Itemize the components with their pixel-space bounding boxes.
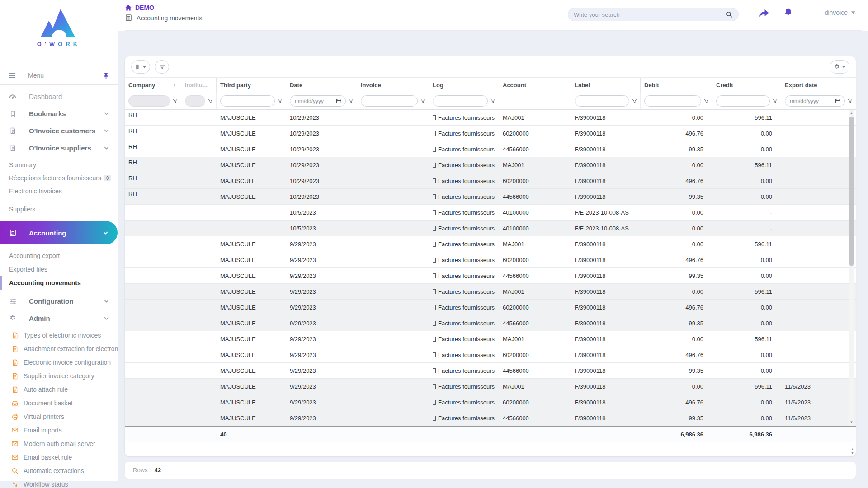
search-input[interactable] (574, 11, 726, 18)
admin-subitem[interactable]: Modern auth email server (0, 437, 118, 450)
sidebar-subitem-exported-files[interactable]: Exported files (0, 263, 118, 276)
column-header-account[interactable]: Account (499, 78, 571, 93)
table-row[interactable]: MAJUSCULE9/29/2023Factures fournisseurs4… (125, 363, 856, 379)
sidebar-subitem[interactable]: Summary (0, 158, 118, 171)
third-party-filter-input[interactable] (220, 95, 275, 107)
table-row[interactable]: MAJUSCULE9/29/2023Factures fournisseurs6… (125, 394, 856, 410)
calendar-icon[interactable] (336, 98, 342, 104)
sidebar-subitem[interactable]: Suppliers (0, 202, 118, 216)
column-header-label[interactable]: Label (571, 78, 641, 93)
user-menu[interactable]: dinvoice (825, 9, 855, 16)
hamburger-icon[interactable] (8, 71, 16, 80)
table-row[interactable]: 10/5/2023Factures fournisseurs40100000F/… (125, 221, 856, 236)
column-header-institution[interactable]: Institu... (181, 78, 217, 93)
sidebar-item-oinvoice-customers[interactable]: O'Invoice customers (0, 122, 118, 139)
table-row[interactable]: MAJUSCULE9/29/2023Factures fournisseurs4… (125, 315, 856, 331)
column-header-company[interactable]: Company (125, 78, 181, 93)
sidebar-subitem-accounting-export[interactable]: Accounting export (0, 249, 118, 263)
column-header-credit[interactable]: Credit (712, 78, 781, 93)
table-row[interactable]: MAJUSCULE9/29/2023Factures fournisseurs4… (125, 268, 856, 284)
admin-subitem[interactable]: Supplier invoice category (0, 369, 118, 383)
column-header-debit[interactable]: Debit (641, 78, 712, 93)
calendar-icon[interactable] (835, 98, 841, 104)
scrollbar-thumb[interactable] (849, 117, 854, 266)
table-settings-button[interactable] (830, 60, 849, 74)
calculator-icon (8, 229, 17, 237)
admin-subitem[interactable]: Attachment extraction for electron (0, 342, 118, 356)
admin-subitem[interactable]: Workflow status (0, 478, 118, 488)
totals-scrollbar[interactable]: ▲ ▼ (851, 447, 854, 455)
table-row[interactable]: MAJUSCULE9/29/2023Factures fournisseursM… (125, 284, 856, 300)
funnel-icon[interactable] (632, 98, 637, 104)
table-row[interactable]: MAJUSCULE9/29/2023Factures fournisseurs6… (125, 347, 856, 363)
table-row[interactable]: MAJUSCULE9/29/2023Factures fournisseurs6… (125, 300, 856, 315)
funnel-icon[interactable] (847, 98, 853, 104)
table-row[interactable]: MAJUSCULE9/29/2023Factures fournisseursM… (125, 379, 856, 394)
admin-subitem[interactable]: Email imports (0, 423, 118, 437)
export-date-filter-input[interactable]: mm/dd/yyyy (785, 95, 845, 107)
funnel-icon[interactable] (208, 98, 213, 104)
sidebar-item-accounting[interactable]: Accounting (0, 221, 118, 244)
sidebar-item-dashboard[interactable]: Dashboard (0, 88, 118, 105)
admin-subitem[interactable]: Auto attach rule (0, 383, 118, 396)
funnel-icon[interactable] (420, 98, 426, 104)
home-icon[interactable] (125, 4, 132, 11)
pin-icon[interactable] (103, 72, 109, 79)
table-row[interactable]: RHMAJUSCULE10/29/2023Factures fournisseu… (125, 189, 856, 205)
label-filter-input[interactable] (575, 95, 629, 107)
sidebar-item-admin[interactable]: Admin (0, 310, 118, 327)
funnel-icon[interactable] (772, 98, 778, 104)
invoice-filter-input[interactable] (361, 95, 418, 107)
sidebar-item-configuration[interactable]: Configuration (0, 292, 118, 310)
vertical-scrollbar[interactable]: ▲ ▼ (849, 110, 854, 426)
funnel-icon[interactable] (277, 98, 283, 104)
date-filter-input[interactable]: mm/dd/yyyy (290, 95, 346, 107)
admin-subitem[interactable]: Automatic extractions (0, 464, 118, 478)
table-row[interactable]: MAJUSCULE9/29/2023Factures fournisseursM… (125, 236, 856, 252)
sidebar-item-oinvoice-suppliers[interactable]: O'Invoice suppliers (0, 139, 118, 156)
admin-subitem[interactable]: Virtual printers (0, 410, 118, 423)
scroll-up-icon[interactable]: ▲ (851, 447, 854, 450)
column-header-export-date[interactable]: Export date (781, 78, 856, 93)
sidebar-subitem[interactable]: Réceptions factures fournisseurs0 (0, 171, 118, 184)
sidebar-subitem-accounting-movements[interactable]: Accounting movements (0, 276, 118, 290)
scroll-down-icon[interactable]: ▼ (851, 451, 854, 455)
admin-subitem[interactable]: Email basket rule (0, 450, 118, 464)
sidebar-subitem[interactable]: Electronic Invoices (0, 184, 118, 197)
credit-filter-input[interactable] (716, 95, 770, 107)
expand-groups-icon[interactable] (172, 83, 177, 88)
table-row[interactable]: MAJUSCULE9/29/2023Factures fournisseurs4… (125, 410, 856, 426)
funnel-icon[interactable] (703, 98, 709, 104)
cell-third-party: MAJUSCULE (217, 252, 286, 267)
share-forward-icon[interactable] (759, 7, 770, 19)
funnel-icon[interactable] (348, 98, 354, 104)
sidebar-item-bookmarks[interactable]: Bookmarks (0, 105, 118, 122)
column-header-invoice[interactable]: Invoice (357, 78, 429, 93)
column-header-log[interactable]: Log (429, 78, 499, 93)
table-row[interactable]: MAJUSCULE9/29/2023Factures fournisseurs6… (125, 252, 856, 268)
notification-bell-icon[interactable] (783, 7, 793, 17)
column-header-date[interactable]: Date (286, 78, 357, 93)
funnel-icon[interactable] (172, 98, 178, 104)
funnel-icon[interactable] (490, 98, 496, 104)
column-label: Log (433, 82, 443, 89)
cell-log: Factures fournisseurs (429, 205, 499, 220)
table-row[interactable]: MAJUSCULE9/29/2023Factures fournisseursM… (125, 331, 856, 347)
admin-subitem[interactable]: Types of electronic invoices (0, 328, 118, 342)
columns-button[interactable] (131, 60, 150, 74)
filter-button[interactable] (155, 60, 169, 74)
admin-subitem[interactable]: Electronic invoice configuration (0, 356, 118, 369)
table-row[interactable]: 10/5/2023Factures fournisseurs40100000F/… (125, 205, 856, 221)
scroll-down-icon[interactable]: ▼ (850, 419, 854, 426)
log-filter-input[interactable] (433, 95, 488, 107)
table-row[interactable]: RHMAJUSCULE10/29/2023Factures fournisseu… (125, 126, 856, 141)
scroll-up-icon[interactable]: ▲ (850, 110, 854, 117)
search-icon[interactable] (726, 11, 733, 18)
table-row[interactable]: RHMAJUSCULE10/29/2023Factures fournisseu… (125, 173, 856, 189)
table-row[interactable]: RHMAJUSCULE10/29/2023Factures fournisseu… (125, 157, 856, 173)
admin-subitem[interactable]: Document basket (0, 396, 118, 410)
table-row[interactable]: RHMAJUSCULE10/29/2023Factures fournisseu… (125, 110, 856, 126)
table-row[interactable]: RHMAJUSCULE10/29/2023Factures fournisseu… (125, 141, 856, 157)
column-header-third-party[interactable]: Third party (217, 78, 286, 93)
debit-filter-input[interactable] (644, 95, 701, 107)
